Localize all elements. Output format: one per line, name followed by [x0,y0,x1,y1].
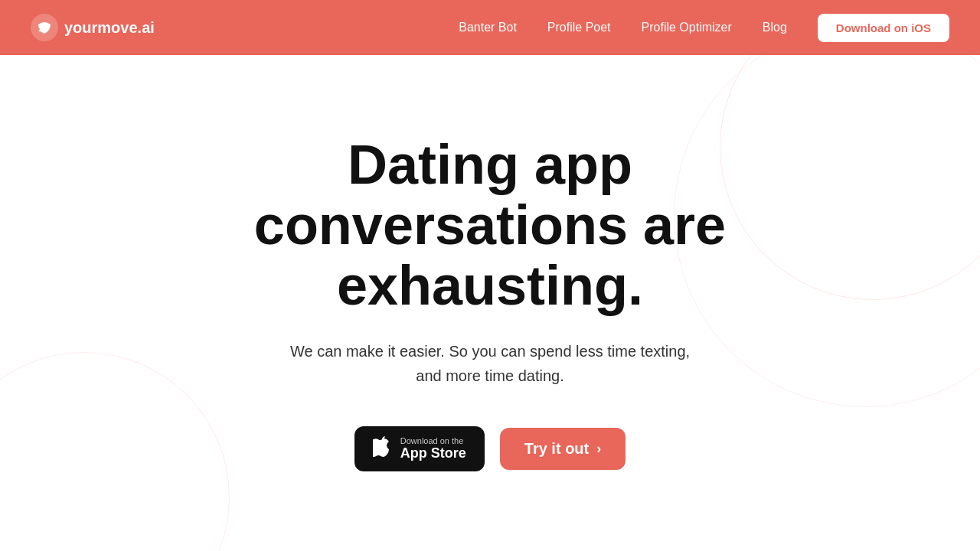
app-store-small-label: Download on the [400,436,464,445]
app-store-button[interactable]: Download on the App Store [354,426,485,471]
app-store-large-label: App Store [400,445,466,461]
hero-title: Dating app conversations are exhausting. [184,135,796,317]
try-label: Try it out [524,440,589,458]
hero-cta-group: Download on the App Store Try it out › [184,426,796,471]
hero-section: Dating app conversations are exhausting.… [0,55,980,551]
apple-icon [373,435,391,462]
download-ios-button[interactable]: Download on iOS [818,14,949,42]
hero-content: Dating app conversations are exhausting.… [153,135,827,472]
hero-subtitle: We can make it easier. So you can spend … [184,339,796,388]
nav-profile-poet[interactable]: Profile Poet [547,21,611,34]
nav-banter-bot[interactable]: Banter Bot [459,21,517,34]
app-store-text: Download on the App Store [400,436,466,461]
logo[interactable]: yourmove.ai [31,14,155,41]
nav-links: Banter Bot Profile Poet Profile Optimize… [459,14,949,42]
logo-text: yourmove.ai [64,19,155,37]
try-it-out-button[interactable]: Try it out › [500,428,626,470]
nav-profile-optimizer[interactable]: Profile Optimizer [642,21,732,34]
chevron-right-icon: › [596,441,601,457]
navbar: yourmove.ai Banter Bot Profile Poet Prof… [0,0,980,55]
nav-blog[interactable]: Blog [763,21,787,34]
logo-icon [31,14,58,41]
